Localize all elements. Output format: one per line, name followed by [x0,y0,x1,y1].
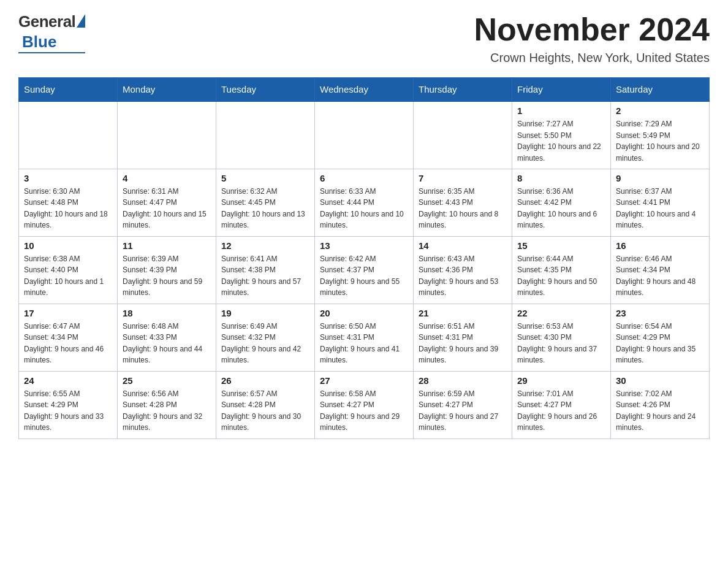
calendar-cell: 12Sunrise: 6:41 AMSunset: 4:38 PMDayligh… [216,236,315,304]
day-number: 26 [221,375,309,386]
calendar-cell: 6Sunrise: 6:33 AMSunset: 4:44 PMDaylight… [315,169,414,236]
day-info: Sunrise: 7:27 AMSunset: 5:50 PMDaylight:… [517,118,605,164]
calendar-cell: 10Sunrise: 6:38 AMSunset: 4:40 PMDayligh… [19,236,118,304]
calendar-week-1: 1Sunrise: 7:27 AMSunset: 5:50 PMDaylight… [19,101,710,169]
day-number: 25 [123,375,211,386]
day-info: Sunrise: 6:51 AMSunset: 4:31 PMDaylight:… [419,321,507,366]
day-number: 7 [419,173,507,183]
day-info: Sunrise: 6:50 AMSunset: 4:31 PMDaylight:… [320,321,408,366]
calendar-cell [315,101,414,169]
logo-area: General Blue [18,12,85,53]
calendar-cell: 25Sunrise: 6:56 AMSunset: 4:28 PMDayligh… [118,371,216,439]
day-number: 18 [123,308,211,318]
logo-blue-text: Blue [22,33,56,52]
day-number: 29 [517,375,605,386]
calendar-cell: 16Sunrise: 6:46 AMSunset: 4:34 PMDayligh… [611,236,710,304]
calendar-body: 1Sunrise: 7:27 AMSunset: 5:50 PMDaylight… [19,101,710,439]
day-number: 2 [616,105,704,116]
day-number: 28 [419,375,507,386]
day-info: Sunrise: 6:32 AMSunset: 4:45 PMDaylight:… [221,186,309,231]
calendar-cell: 28Sunrise: 6:59 AMSunset: 4:27 PMDayligh… [414,371,512,439]
calendar-cell: 2Sunrise: 7:29 AMSunset: 5:49 PMDaylight… [611,101,710,169]
day-info: Sunrise: 6:35 AMSunset: 4:43 PMDaylight:… [419,186,507,231]
day-number: 6 [320,173,408,183]
calendar-cell: 30Sunrise: 7:02 AMSunset: 4:26 PMDayligh… [611,371,710,439]
calendar-cell: 27Sunrise: 6:58 AMSunset: 4:27 PMDayligh… [315,371,414,439]
day-number: 1 [517,105,605,116]
calendar-cell: 24Sunrise: 6:55 AMSunset: 4:29 PMDayligh… [19,371,118,439]
day-number: 4 [123,173,211,183]
weekday-header-saturday: Saturday [611,78,710,102]
day-number: 12 [221,240,309,251]
day-info: Sunrise: 6:36 AMSunset: 4:42 PMDaylight:… [517,186,605,231]
day-info: Sunrise: 6:31 AMSunset: 4:47 PMDaylight:… [123,186,211,231]
location-title: Crown Heights, New York, United States [474,51,710,65]
weekday-header-sunday: Sunday [19,78,118,102]
calendar-cell: 4Sunrise: 6:31 AMSunset: 4:47 PMDaylight… [118,169,216,236]
day-number: 3 [24,173,112,183]
calendar-cell: 19Sunrise: 6:49 AMSunset: 4:32 PMDayligh… [216,304,315,371]
day-info: Sunrise: 6:57 AMSunset: 4:28 PMDaylight:… [221,388,309,434]
day-info: Sunrise: 6:30 AMSunset: 4:48 PMDaylight:… [24,186,112,231]
calendar-cell: 1Sunrise: 7:27 AMSunset: 5:50 PMDaylight… [512,101,611,169]
day-number: 13 [320,240,408,251]
day-number: 5 [221,173,309,183]
calendar-week-4: 17Sunrise: 6:47 AMSunset: 4:34 PMDayligh… [19,304,710,371]
day-number: 24 [24,375,112,386]
weekday-header-friday: Friday [512,78,611,102]
calendar-cell: 21Sunrise: 6:51 AMSunset: 4:31 PMDayligh… [414,304,512,371]
day-info: Sunrise: 6:42 AMSunset: 4:37 PMDaylight:… [320,253,408,299]
day-info: Sunrise: 6:38 AMSunset: 4:40 PMDaylight:… [24,253,112,299]
day-info: Sunrise: 7:01 AMSunset: 4:27 PMDaylight:… [517,388,605,434]
calendar-cell: 20Sunrise: 6:50 AMSunset: 4:31 PMDayligh… [315,304,414,371]
day-number: 23 [616,308,704,318]
day-info: Sunrise: 6:43 AMSunset: 4:36 PMDaylight:… [419,253,507,299]
day-number: 16 [616,240,704,251]
day-info: Sunrise: 6:56 AMSunset: 4:28 PMDaylight:… [123,388,211,434]
calendar-cell: 8Sunrise: 6:36 AMSunset: 4:42 PMDaylight… [512,169,611,236]
logo: General [18,12,85,31]
day-info: Sunrise: 6:41 AMSunset: 4:38 PMDaylight:… [221,253,309,299]
day-info: Sunrise: 6:33 AMSunset: 4:44 PMDaylight:… [320,186,408,231]
day-info: Sunrise: 6:47 AMSunset: 4:34 PMDaylight:… [24,321,112,366]
day-number: 9 [616,173,704,183]
day-info: Sunrise: 6:37 AMSunset: 4:41 PMDaylight:… [616,186,704,231]
calendar-cell: 18Sunrise: 6:48 AMSunset: 4:33 PMDayligh… [118,304,216,371]
weekday-header-monday: Monday [118,78,216,102]
calendar-week-3: 10Sunrise: 6:38 AMSunset: 4:40 PMDayligh… [19,236,710,304]
calendar-cell [19,101,118,169]
calendar-cell [216,101,315,169]
calendar-week-5: 24Sunrise: 6:55 AMSunset: 4:29 PMDayligh… [19,371,710,439]
calendar-cell: 11Sunrise: 6:39 AMSunset: 4:39 PMDayligh… [118,236,216,304]
day-info: Sunrise: 6:48 AMSunset: 4:33 PMDaylight:… [123,321,211,366]
calendar-cell [414,101,512,169]
day-number: 15 [517,240,605,251]
calendar-cell: 9Sunrise: 6:37 AMSunset: 4:41 PMDaylight… [611,169,710,236]
day-info: Sunrise: 7:02 AMSunset: 4:26 PMDaylight:… [616,388,704,434]
day-number: 8 [517,173,605,183]
weekday-header-row: SundayMondayTuesdayWednesdayThursdayFrid… [19,78,710,102]
calendar-cell: 5Sunrise: 6:32 AMSunset: 4:45 PMDaylight… [216,169,315,236]
day-info: Sunrise: 6:53 AMSunset: 4:30 PMDaylight:… [517,321,605,366]
logo-underline [18,52,85,53]
day-number: 10 [24,240,112,251]
day-number: 27 [320,375,408,386]
title-area: November 2024 Crown Heights, New York, U… [474,12,710,65]
header: General Blue November 2024 Crown Heights… [18,12,710,65]
calendar-cell: 7Sunrise: 6:35 AMSunset: 4:43 PMDaylight… [414,169,512,236]
calendar-cell: 15Sunrise: 6:44 AMSunset: 4:35 PMDayligh… [512,236,611,304]
calendar-table: SundayMondayTuesdayWednesdayThursdayFrid… [18,77,710,439]
day-info: Sunrise: 6:58 AMSunset: 4:27 PMDaylight:… [320,388,408,434]
weekday-header-tuesday: Tuesday [216,78,315,102]
day-number: 22 [517,308,605,318]
calendar-cell: 26Sunrise: 6:57 AMSunset: 4:28 PMDayligh… [216,371,315,439]
weekday-header-wednesday: Wednesday [315,78,414,102]
calendar-cell: 23Sunrise: 6:54 AMSunset: 4:29 PMDayligh… [611,304,710,371]
day-info: Sunrise: 6:46 AMSunset: 4:34 PMDaylight:… [616,253,704,299]
logo-general-text: General [18,12,75,31]
calendar-cell: 3Sunrise: 6:30 AMSunset: 4:48 PMDaylight… [19,169,118,236]
day-number: 20 [320,308,408,318]
day-info: Sunrise: 6:44 AMSunset: 4:35 PMDaylight:… [517,253,605,299]
day-info: Sunrise: 6:59 AMSunset: 4:27 PMDaylight:… [419,388,507,434]
calendar-cell: 17Sunrise: 6:47 AMSunset: 4:34 PMDayligh… [19,304,118,371]
